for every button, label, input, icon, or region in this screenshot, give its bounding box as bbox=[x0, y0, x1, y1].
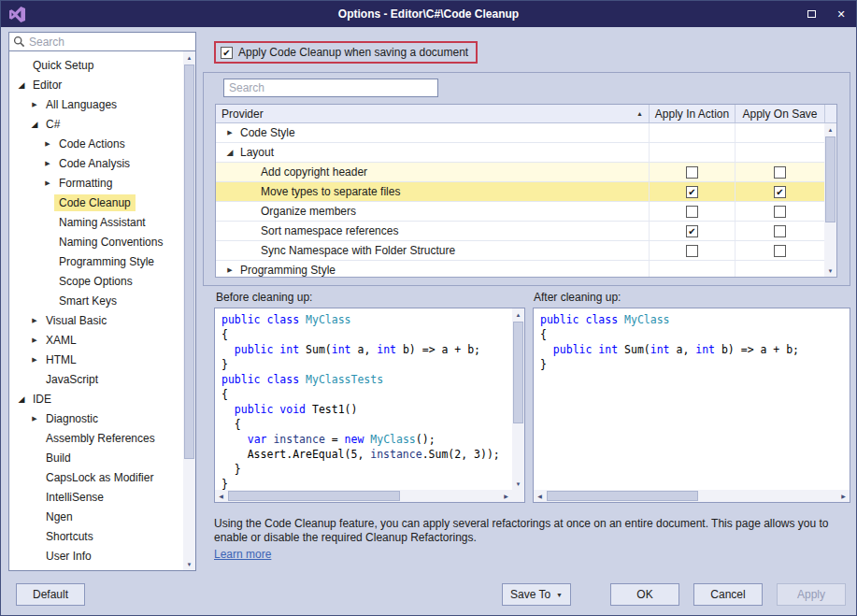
tree-scrollbar[interactable]: ▲ ▼ bbox=[183, 51, 195, 570]
apply-button[interactable]: Apply bbox=[777, 583, 846, 606]
scroll-left-arrow-icon[interactable]: ◀ bbox=[215, 490, 227, 502]
scrollbar-thumb[interactable] bbox=[825, 136, 836, 222]
sidebar-item-code-analysis[interactable]: ▶Code Analysis bbox=[9, 153, 195, 173]
sidebar-item-html[interactable]: ▶HTML bbox=[9, 350, 195, 369]
sidebar-item-label: JavaScript bbox=[41, 371, 103, 388]
sidebar-item-visual-basic[interactable]: ▶Visual Basic bbox=[9, 310, 195, 330]
grid-row-sort-namespace-references[interactable]: Sort namespace references✔ bbox=[216, 222, 824, 241]
apply-in-action-checkbox[interactable] bbox=[686, 245, 698, 257]
apply-on-save-checkbox[interactable] bbox=[774, 245, 786, 257]
after-horizontal-scrollbar[interactable]: ◀ ▶ bbox=[534, 490, 850, 502]
scroll-left-arrow-icon[interactable]: ◀ bbox=[534, 490, 546, 502]
sidebar-item-naming-conventions[interactable]: Naming Conventions bbox=[9, 232, 195, 251]
grid-row-programming-style[interactable]: ▶Programming Style bbox=[216, 261, 824, 278]
sidebar-item-ide[interactable]: ◢IDE bbox=[9, 389, 195, 408]
sidebar-item-shortcuts[interactable]: Shortcuts bbox=[9, 526, 195, 546]
grid-row-organize-members[interactable]: Organize members bbox=[216, 202, 824, 222]
apply-in-action-checkbox[interactable]: ✔ bbox=[686, 225, 698, 237]
sidebar-item-quick-setup[interactable]: Quick Setup bbox=[9, 55, 195, 75]
sidebar-item-code-actions[interactable]: ▶Code Actions bbox=[9, 134, 195, 153]
sidebar-item-assembly-references[interactable]: Assembly References bbox=[9, 428, 195, 448]
sidebar-item-capslock-as-modifier[interactable]: CapsLock as Modifier bbox=[9, 467, 195, 487]
expand-arrow-icon[interactable]: ▶ bbox=[223, 266, 236, 274]
sidebar-item-naming-assistant[interactable]: Naming Assistant bbox=[9, 212, 195, 232]
scroll-down-arrow-icon[interactable]: ▼ bbox=[824, 265, 836, 277]
sidebar-item-intellisense[interactable]: IntelliSense bbox=[9, 487, 195, 507]
grid-row-add-copyright-header[interactable]: Add copyright header bbox=[216, 163, 824, 182]
default-button[interactable]: Default bbox=[16, 583, 85, 606]
apply-in-action-checkbox[interactable]: ✔ bbox=[686, 186, 698, 198]
apply-on-save-checkbox[interactable] bbox=[774, 206, 786, 218]
apply-on-save-checkbox[interactable] bbox=[774, 166, 786, 179]
scroll-right-arrow-icon[interactable]: ▶ bbox=[500, 490, 512, 502]
search-icon bbox=[13, 36, 25, 48]
scrollbar-thumb[interactable] bbox=[228, 491, 400, 501]
sidebar-item-label: Code Actions bbox=[54, 136, 130, 152]
expand-arrow-icon[interactable]: ▶ bbox=[28, 415, 41, 423]
scroll-up-arrow-icon[interactable]: ▲ bbox=[183, 51, 195, 64]
before-horizontal-scrollbar[interactable]: ◀ ▶ bbox=[215, 490, 512, 502]
expand-arrow-icon[interactable]: ▶ bbox=[28, 317, 41, 324]
learn-more-link[interactable]: Learn more bbox=[214, 548, 271, 561]
ok-button[interactable]: OK bbox=[610, 583, 679, 606]
grid-row-layout[interactable]: ◢Layout bbox=[216, 143, 824, 163]
apply-in-action-checkbox[interactable] bbox=[686, 206, 698, 218]
sidebar-item-scope-options[interactable]: Scope Options bbox=[9, 271, 195, 291]
grid-row-move-types-to-separate-files[interactable]: Move types to separate files✔✔ bbox=[216, 182, 824, 202]
sidebar-item-all-languages[interactable]: ▶All Languages bbox=[9, 94, 195, 114]
apply-code-cleanup-checkbox[interactable]: ✔ bbox=[221, 47, 233, 59]
apply-on-save-column-header[interactable]: Apply On Save bbox=[735, 105, 824, 122]
scroll-up-arrow-icon[interactable]: ▲ bbox=[824, 123, 836, 136]
close-button[interactable]: ✕ bbox=[826, 1, 856, 27]
grid-row-code-style[interactable]: ▶Code Style bbox=[216, 123, 824, 143]
expand-arrow-icon[interactable]: ▶ bbox=[28, 356, 41, 364]
sidebar-item-ngen[interactable]: Ngen bbox=[9, 507, 195, 526]
sidebar-search-input[interactable] bbox=[25, 36, 195, 49]
expand-arrow-icon[interactable]: ▶ bbox=[41, 179, 54, 187]
collapse-arrow-icon[interactable]: ◢ bbox=[223, 148, 236, 157]
before-vertical-scrollbar[interactable]: ▲ ▼ bbox=[512, 308, 524, 490]
apply-in-action-column-header[interactable]: Apply In Action bbox=[649, 105, 735, 122]
sidebar-item-code-cleanup[interactable]: Code Cleanup bbox=[9, 193, 195, 212]
provider-panel: Provider ▲ Apply In Action Apply On Save… bbox=[203, 72, 850, 286]
sidebar-item-xaml[interactable]: ▶XAML bbox=[9, 330, 195, 350]
scrollbar-thumb[interactable] bbox=[184, 64, 194, 459]
expand-arrow-icon[interactable]: ▶ bbox=[28, 337, 41, 344]
scrollbar-thumb[interactable] bbox=[547, 491, 698, 501]
apply-on-save-checkbox[interactable]: ✔ bbox=[774, 186, 786, 198]
sidebar-item-label: Programming Style bbox=[54, 253, 159, 270]
scrollbar-thumb[interactable] bbox=[513, 322, 523, 423]
expand-arrow-icon[interactable]: ▶ bbox=[41, 140, 54, 148]
provider-search-input[interactable] bbox=[224, 81, 437, 94]
sidebar-item-user-info[interactable]: User Info bbox=[9, 546, 195, 566]
sidebar-item-c[interactable]: ◢C# bbox=[9, 114, 195, 134]
collapse-arrow-icon[interactable]: ◢ bbox=[28, 120, 41, 129]
code-line: { bbox=[221, 417, 512, 432]
apply-on-save-setting[interactable]: ✔ Apply Code Cleanup when saving a docum… bbox=[214, 41, 478, 64]
sidebar-item-diagnostic[interactable]: ▶Diagnostic bbox=[9, 408, 195, 428]
cancel-button[interactable]: Cancel bbox=[693, 583, 763, 606]
grid-scrollbar[interactable]: ▲ ▼ bbox=[824, 123, 836, 277]
apply-in-action-checkbox[interactable] bbox=[686, 166, 698, 179]
sidebar-item-programming-style[interactable]: Programming Style bbox=[9, 251, 195, 271]
collapse-arrow-icon[interactable]: ◢ bbox=[15, 80, 28, 90]
save-to-button[interactable]: Save To ▼ bbox=[502, 583, 571, 606]
sidebar-item-build[interactable]: Build bbox=[9, 448, 195, 467]
scroll-down-arrow-icon[interactable]: ▼ bbox=[183, 558, 195, 570]
expand-arrow-icon[interactable]: ▶ bbox=[28, 101, 41, 108]
scroll-right-arrow-icon[interactable]: ▶ bbox=[837, 490, 850, 502]
sidebar-item-javascript[interactable]: JavaScript bbox=[9, 369, 195, 389]
scroll-up-arrow-icon[interactable]: ▲ bbox=[512, 308, 524, 321]
collapse-arrow-icon[interactable]: ◢ bbox=[15, 394, 28, 404]
expand-arrow-icon[interactable]: ▶ bbox=[223, 129, 236, 136]
apply-on-save-checkbox[interactable] bbox=[774, 225, 786, 237]
sidebar-item-formatting[interactable]: ▶Formatting bbox=[9, 173, 195, 193]
options-dialog: Options - Editor\C#\Code Cleanup ✕ Quick… bbox=[0, 0, 857, 616]
provider-column-header[interactable]: Provider ▲ bbox=[216, 105, 649, 122]
scroll-down-arrow-icon[interactable]: ▼ bbox=[512, 478, 524, 490]
grid-row-sync-namespace-with-folder-structure[interactable]: Sync Namespace with Folder Structure bbox=[216, 241, 824, 261]
expand-arrow-icon[interactable]: ▶ bbox=[41, 160, 54, 167]
maximize-button[interactable] bbox=[796, 1, 826, 27]
sidebar-item-smart-keys[interactable]: Smart Keys bbox=[9, 291, 195, 310]
sidebar-item-editor[interactable]: ◢Editor bbox=[9, 75, 195, 94]
